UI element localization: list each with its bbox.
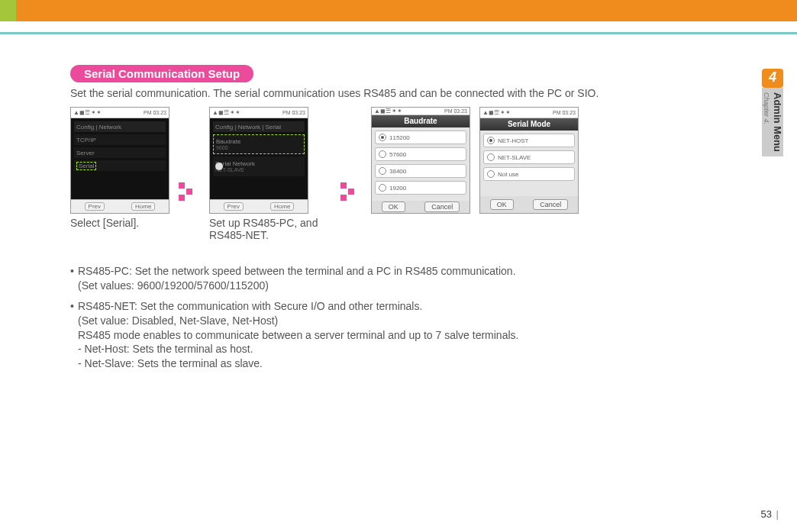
screen2-column: ▲ ◼ ☰ ✶ ✶ PM 03:23 Config | Network | Se… — [209, 107, 331, 241]
bullet2-line1: RS485-NET: Set the communication with Se… — [78, 299, 518, 314]
bullet1-line2: (Set values: 9600/19200/57600/115200) — [78, 279, 516, 293]
baudrate-opt-115200: 115200 — [389, 134, 410, 141]
bullet-rs485-net: • RS485-NET: Set the communication with … — [70, 299, 704, 371]
page-number: 53 | — [761, 508, 779, 520]
baudrate-popup: ▲ ◼ ☰ ✶ ✶ PM 03:23 Baudrate 115200 57600… — [371, 107, 470, 214]
screen1-prev-button: Prev — [85, 202, 105, 211]
screen1-column: ▲ ◼ ☰ ✶ ✶ PM 03:23 Config | Network TCP/… — [70, 107, 169, 229]
divider-line — [0, 32, 797, 34]
baudrate-opt-57600: 57600 — [389, 151, 406, 158]
bullet2-line5: - Net-Slave: Sets the terminal as slave. — [78, 356, 518, 371]
screen2-caption: Set up RS485-PC, and RS485-NET. — [209, 217, 331, 241]
status-bar: ▲ ◼ ☰ ✶ ✶ PM 03:23 — [372, 108, 469, 115]
screen2-home-button: Home — [270, 202, 294, 211]
baudrate-opt-19200: 19200 — [389, 185, 406, 192]
serialmode-ok-button: OK — [490, 199, 514, 210]
screen1-caption: Select [Serial]. — [70, 217, 169, 229]
serialmode-popup: ▲ ◼ ☰ ✶ ✶ PM 03:23 Serial Mode NET-HOST … — [479, 107, 579, 214]
intro-text: Set the serial communication. The serial… — [70, 87, 704, 99]
status-icons: ▲ ◼ ☰ ✶ ✶ — [374, 108, 402, 114]
device-screen-1: ▲ ◼ ☰ ✶ ✶ PM 03:23 Config | Network TCP/… — [70, 107, 169, 214]
status-bar: ▲ ◼ ☰ ✶ ✶ PM 03:23 — [210, 108, 308, 118]
bullet2-line2: (Set value: Disabled, Net-Slave, Net-Hos… — [78, 314, 518, 328]
status-bar: ▲ ◼ ☰ ✶ ✶ PM 03:23 — [480, 108, 578, 118]
screen1-header: Config | Network — [76, 124, 121, 131]
screen1-home-button: Home — [131, 202, 155, 211]
bullet1-line1: RS485-PC: Set the network speed between … — [78, 264, 516, 279]
serialmode-opt-netslave: NET-SLAVE — [498, 154, 531, 161]
baudrate-cancel-button: Cancel — [424, 202, 460, 212]
serialmode-title: Serial Mode — [480, 118, 578, 131]
screen2-baudrate-value: 9600 — [216, 145, 228, 150]
flow-arrow-icon — [340, 182, 362, 204]
baudrate-opt-38400: 38400 — [389, 168, 406, 175]
side-chapter-tab: 4 Chapter 4. Admin Menu — [762, 69, 783, 156]
screenshots-row: ▲ ◼ ☰ ✶ ✶ PM 03:23 Config | Network TCP/… — [70, 107, 704, 241]
side-chapter-label: Chapter 4. — [763, 92, 770, 152]
main-content: Serial Communication Setup Set the seria… — [70, 65, 704, 377]
side-chapter-title: Admin Menu — [772, 92, 783, 152]
section-title-pill: Serial Communication Setup — [70, 65, 253, 82]
flow-arrow-icon — [179, 182, 200, 204]
status-time: PM 03:23 — [444, 108, 467, 114]
status-time: PM 03:23 — [553, 110, 576, 115]
serialmode-opt-nethost: NET-HOST — [498, 137, 528, 144]
status-time: PM 03:23 — [144, 110, 166, 115]
serialmode-cancel-button: Cancel — [533, 199, 568, 210]
bullet2-line3: RS485 mode enables to communicate betwee… — [78, 328, 518, 343]
screen1-row-tcpip: TCP/IP — [76, 137, 96, 143]
screen2-baudrate-label: Baudrate — [216, 138, 240, 145]
serialmode-opt-notuse: Not use — [498, 171, 519, 178]
bullet-rs485-pc: • RS485-PC: Set the network speed betwee… — [70, 264, 704, 293]
device-screen-2: ▲ ◼ ☰ ✶ ✶ PM 03:23 Config | Network | Se… — [209, 107, 308, 214]
description-bullets: • RS485-PC: Set the network speed betwee… — [70, 264, 704, 371]
status-icons: ▲ ◼ ☰ ✶ ✶ — [482, 109, 510, 116]
screen2-prev-button: Prev — [224, 202, 244, 211]
baudrate-title: Baudrate — [372, 115, 469, 127]
screen2-header: Config | Network | Serial — [215, 124, 281, 131]
status-icons: ▲ ◼ ☰ ✶ ✶ — [73, 109, 101, 116]
status-icons: ▲ ◼ ☰ ✶ ✶ — [212, 109, 240, 116]
top-accent-bar — [0, 0, 797, 21]
bullet2-line4: - Net-Host: Sets the terminal as host. — [78, 342, 518, 356]
side-chapter-number: 4 — [762, 69, 783, 88]
baudrate-ok-button: OK — [382, 202, 405, 212]
screen1-row-serial-selected: Serial — [76, 162, 96, 170]
screen1-row-server: Server — [76, 150, 95, 156]
status-bar: ▲ ◼ ☰ ✶ ✶ PM 03:23 — [71, 108, 169, 118]
status-time: PM 03:23 — [282, 110, 305, 115]
